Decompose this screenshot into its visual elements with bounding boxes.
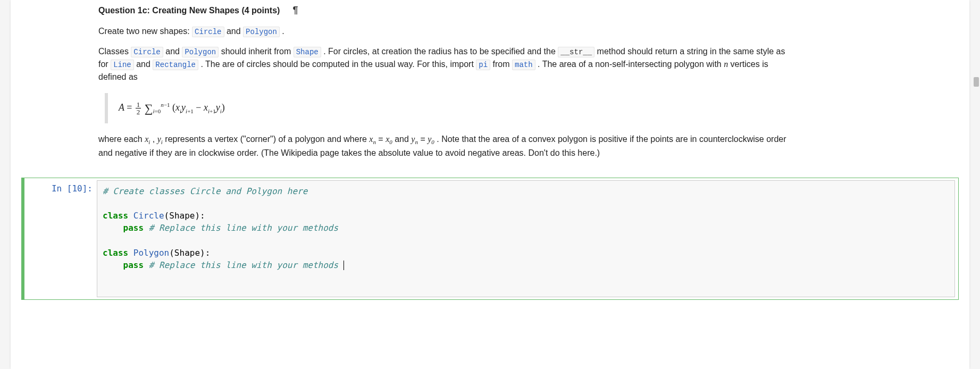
text: represents a vertex ("corner") of a poly… <box>163 135 369 144</box>
code-pi: pi <box>476 60 490 70</box>
text: . The area of a non-self-intersecting po… <box>535 60 724 69</box>
notebook-container: Question 1c: Creating New Shapes (4 poin… <box>11 0 969 369</box>
code-line: Line <box>111 60 134 70</box>
text: and <box>163 47 182 56</box>
math-xn: xn <box>369 135 376 144</box>
class-name: Polygon <box>128 248 169 258</box>
paragraph-2: Classes Circle and Polygon should inheri… <box>98 45 787 83</box>
math-x0: x0 <box>386 135 392 144</box>
code-input-area[interactable]: # Create classes Circle and Polygon here… <box>97 180 955 297</box>
code-polygon: Polygon <box>182 47 219 57</box>
text: and <box>392 135 412 144</box>
text-cursor <box>344 261 344 270</box>
code-text: (Shape): <box>169 248 210 258</box>
code-rectangle: Rectangle <box>153 60 198 70</box>
code-str: __str__ <box>558 47 594 57</box>
code-polygon: Polygon <box>243 27 280 37</box>
code-comment: # Replace this line with your methods <box>144 260 338 270</box>
code-math: math <box>512 60 535 70</box>
math-y0: y0 <box>428 135 434 144</box>
text: . <box>280 27 284 36</box>
pilcrow-icon[interactable]: ¶ <box>292 3 298 18</box>
code-keyword: pass <box>123 260 144 270</box>
text: and <box>224 27 244 36</box>
code-cell[interactable]: In [10]: # Create classes Circle and Pol… <box>21 178 959 300</box>
question-heading: Question 1c: Creating New Shapes (4 poin… <box>98 3 787 18</box>
code-circle: Circle <box>192 27 224 37</box>
code-circle: Circle <box>131 47 163 57</box>
code-comment: # Replace this line with your methods <box>144 223 338 233</box>
text: . The are of circles should be computed … <box>198 60 476 69</box>
text: should inherit from <box>219 47 294 56</box>
indent <box>103 223 123 233</box>
code-shape: Shape <box>294 47 321 57</box>
scrollbar-thumb[interactable] <box>974 77 979 87</box>
text: where each <box>98 135 145 144</box>
heading-text: Question 1c: Creating New Shapes (4 poin… <box>98 4 280 17</box>
class-name: Circle <box>128 211 164 221</box>
paragraph-3: where each xi , yi represents a vertex (… <box>98 133 787 160</box>
indent <box>103 260 123 270</box>
code-keyword: class <box>103 211 128 221</box>
math-yn: yn <box>411 135 418 144</box>
paragraph-1: Create two new shapes: Circle and Polygo… <box>98 25 787 38</box>
math-n: n <box>724 60 728 69</box>
formula: A = 12 ∑i=0n−1 (xiyi+1 − xi+1yi) <box>119 102 225 113</box>
code-keyword: pass <box>123 223 144 233</box>
text: and <box>134 60 153 69</box>
math-yi: yi <box>157 135 163 144</box>
math-xi: xi <box>145 135 150 144</box>
code-text: (Shape): <box>164 211 205 221</box>
formula-block: A = 12 ∑i=0n−1 (xiyi+1 − xi+1yi) <box>105 93 787 123</box>
code-keyword: class <box>103 248 128 258</box>
text: Classes <box>98 47 131 56</box>
text: Create two new shapes: <box>98 27 192 36</box>
code-comment: # Create classes Circle and Polygon here <box>103 186 307 196</box>
markdown-cell: Question 1c: Creating New Shapes (4 poin… <box>11 0 798 178</box>
input-prompt: In [10]: <box>24 178 97 299</box>
text: . For circles, at creation the radius ha… <box>321 47 558 56</box>
text: from <box>490 60 512 69</box>
